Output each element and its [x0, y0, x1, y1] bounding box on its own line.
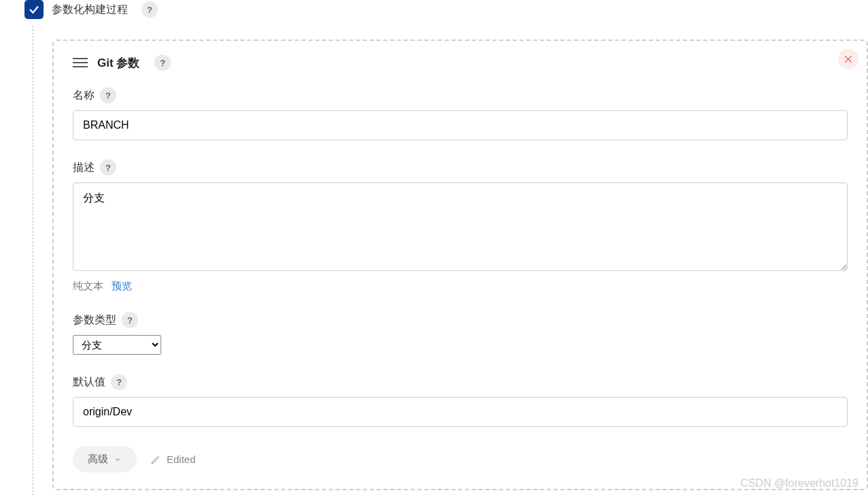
help-icon[interactable]: ?: [154, 54, 171, 71]
help-icon[interactable]: ?: [100, 159, 116, 176]
advanced-button[interactable]: 高级: [73, 446, 137, 473]
drag-handle-icon[interactable]: [73, 58, 88, 67]
check-icon: [28, 3, 40, 16]
advanced-button-label: 高级: [88, 453, 108, 466]
git-parameter-block: Git 参数 ? 名称 ? 描述 ? 纯文本 预览: [52, 39, 868, 490]
param-type-label: 参数类型: [73, 313, 116, 328]
close-button[interactable]: [838, 49, 858, 69]
parameterized-build-checkbox[interactable]: [24, 0, 44, 19]
preview-link[interactable]: 预览: [112, 280, 132, 291]
description-label: 描述: [73, 161, 95, 175]
help-icon[interactable]: ?: [141, 1, 158, 18]
block-title: Git 参数: [97, 55, 139, 71]
default-value-input[interactable]: [73, 397, 848, 427]
watermark-text: CSDN @foreverhot1019: [740, 477, 858, 490]
param-type-select[interactable]: 分支: [73, 335, 161, 355]
parameterized-build-label: 参数化构建过程: [52, 3, 128, 17]
chevron-down-icon: [114, 456, 122, 464]
help-icon[interactable]: ?: [122, 312, 138, 328]
plaintext-link[interactable]: 纯文本: [73, 280, 103, 291]
pencil-icon: [150, 454, 161, 465]
default-value-label: 默认值: [73, 375, 105, 389]
help-icon[interactable]: ?: [100, 87, 116, 103]
edited-indicator: Edited: [150, 453, 196, 465]
close-icon: [844, 54, 853, 64]
help-icon[interactable]: ?: [111, 374, 127, 390]
edited-text: Edited: [167, 453, 196, 465]
name-input[interactable]: [73, 110, 848, 140]
description-textarea[interactable]: [73, 182, 848, 271]
name-label: 名称: [73, 89, 95, 103]
